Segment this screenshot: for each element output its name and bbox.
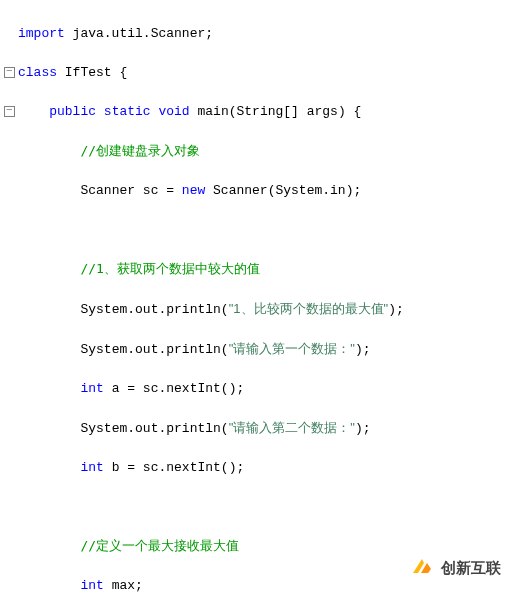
watermark: 创新互联 xyxy=(409,555,501,581)
code-block: import java.util.Scanner; class IfTest {… xyxy=(0,0,511,595)
code-line: public static void main(String[] args) { xyxy=(4,102,511,122)
code-text: Scanner(System.in); xyxy=(205,183,361,198)
code-text: IfTest { xyxy=(57,65,127,80)
code-text: System.out.println( xyxy=(80,421,228,436)
code-text: Scanner sc = xyxy=(80,183,181,198)
keyword: public xyxy=(49,104,96,119)
code-text: a = sc.nextInt(); xyxy=(104,381,244,396)
keyword: int xyxy=(80,578,103,593)
comment: //定义一个最大接收最大值 xyxy=(80,538,239,553)
code-text: System.out.println( xyxy=(80,342,228,357)
code-line: //定义一个最大接收最大值 xyxy=(4,536,511,557)
code-text: ); xyxy=(355,342,371,357)
code-line: System.out.println("请输入第二个数据："); xyxy=(4,418,511,439)
code-line: //创建键盘录入对象 xyxy=(4,141,511,162)
code-text: ); xyxy=(355,421,371,436)
string: "1、比较两个数据的最大值" xyxy=(229,301,388,316)
code-line: int a = sc.nextInt(); xyxy=(4,379,511,399)
string: "请输入第一个数据：" xyxy=(229,341,355,356)
keyword: void xyxy=(158,104,189,119)
code-text: main(String[] args) { xyxy=(190,104,362,119)
fold-icon xyxy=(4,106,15,117)
code-line xyxy=(4,220,511,240)
code-line: System.out.println("请输入第一个数据："); xyxy=(4,339,511,360)
code-line xyxy=(4,497,511,517)
code-line: //1、获取两个数据中较大的值 xyxy=(4,259,511,280)
code-line: int b = sc.nextInt(); xyxy=(4,458,511,478)
code-text: b = sc.nextInt(); xyxy=(104,460,244,475)
fold-icon xyxy=(4,67,15,78)
keyword: int xyxy=(80,381,103,396)
keyword: class xyxy=(18,65,57,80)
keyword: static xyxy=(104,104,151,119)
code-text: max; xyxy=(104,578,143,593)
code-line: Scanner sc = new Scanner(System.in); xyxy=(4,181,511,201)
keyword: new xyxy=(182,183,205,198)
code-text: System.out.println( xyxy=(80,302,228,317)
string: "请输入第二个数据：" xyxy=(229,420,355,435)
comment: //1、获取两个数据中较大的值 xyxy=(80,261,259,276)
watermark-text: 创新互联 xyxy=(441,557,501,580)
code-line: import java.util.Scanner; xyxy=(4,24,511,44)
keyword: import xyxy=(18,26,65,41)
watermark-logo-icon xyxy=(409,555,435,581)
keyword: int xyxy=(80,460,103,475)
comment: //创建键盘录入对象 xyxy=(80,143,200,158)
code-text: java.util.Scanner; xyxy=(65,26,213,41)
code-line: class IfTest { xyxy=(4,63,511,83)
code-line: System.out.println("1、比较两个数据的最大值"); xyxy=(4,299,511,320)
code-text: ); xyxy=(388,302,404,317)
